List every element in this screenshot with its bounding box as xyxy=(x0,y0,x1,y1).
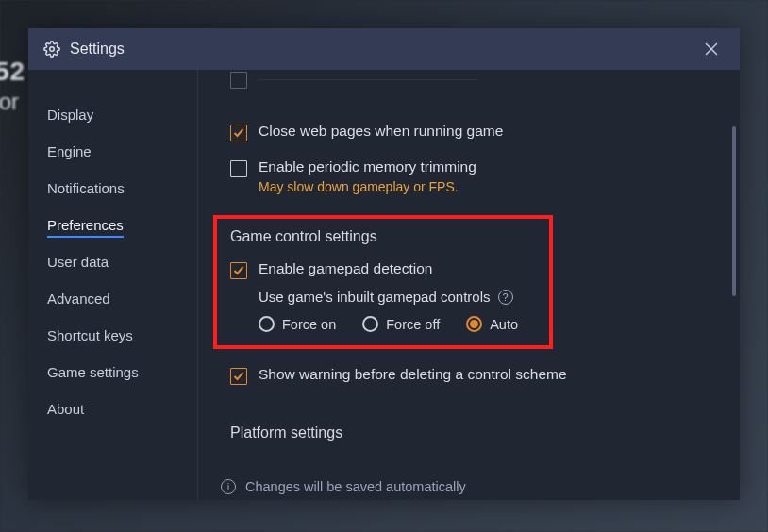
sidebar-item-display[interactable]: Display xyxy=(28,96,197,133)
scrollbar-thumb[interactable] xyxy=(732,126,736,296)
footer-note: i Changes will be saved automatically xyxy=(221,479,708,494)
delete-warning-checkbox[interactable] xyxy=(230,368,247,385)
help-icon[interactable]: ? xyxy=(498,290,513,305)
radio-label: Force off xyxy=(386,317,440,332)
platform-heading: Platform settings xyxy=(230,424,708,441)
close-button[interactable] xyxy=(698,36,725,62)
titlebar: Settings xyxy=(28,28,740,70)
checkbox[interactable] xyxy=(230,72,247,89)
footer-text: Changes will be saved automatically xyxy=(245,479,466,494)
radio-force-on[interactable]: Force on xyxy=(259,316,336,332)
gamepad-detection-checkbox[interactable] xyxy=(230,262,247,279)
sidebar-item-label: About xyxy=(47,401,84,417)
sidebar-item-advanced[interactable]: Advanced xyxy=(28,280,197,317)
sidebar-item-game-settings[interactable]: Game settings xyxy=(28,354,197,391)
game-control-heading: Game control settings xyxy=(230,228,536,245)
gamepad-radio-group: Force on Force off Auto xyxy=(259,316,536,332)
memory-trimming-warning: May slow down gameplay or FPS. xyxy=(259,179,476,194)
gamepad-detection-row: Enable gamepad detection xyxy=(230,260,536,279)
inbuilt-gamepad-label: Use game's inbuilt gamepad controls xyxy=(259,289,491,305)
settings-sidebar: Display Engine Notifications Preferences… xyxy=(28,70,198,500)
radio-force-off[interactable]: Force off xyxy=(362,316,440,332)
sidebar-item-label: Game settings xyxy=(47,364,139,380)
memory-trimming-checkbox[interactable] xyxy=(230,160,247,177)
option-label: ——————————————— xyxy=(259,70,478,87)
sidebar-item-user-data[interactable]: User data xyxy=(28,243,197,280)
info-icon: i xyxy=(221,479,236,494)
radio-label: Force on xyxy=(282,317,336,332)
modal-title: Settings xyxy=(70,41,125,58)
close-web-pages-checkbox[interactable] xyxy=(230,125,247,141)
memory-trimming-label: Enable periodic memory trimming xyxy=(259,158,476,175)
sidebar-item-label: Notifications xyxy=(47,180,125,196)
sidebar-item-label: User data xyxy=(47,254,109,270)
close-web-pages-label: Close web pages when running game xyxy=(259,123,503,140)
svg-point-0 xyxy=(50,47,55,52)
radio-icon xyxy=(362,316,378,332)
sidebar-item-label: Preferences xyxy=(47,217,124,238)
gear-icon xyxy=(43,41,60,58)
sidebar-item-label: Engine xyxy=(47,143,92,159)
radio-label: Auto xyxy=(490,317,518,332)
sidebar-item-shortcut-keys[interactable]: Shortcut keys xyxy=(28,317,197,354)
close-web-pages-row: Close web pages when running game xyxy=(230,123,708,141)
radio-icon xyxy=(259,316,275,332)
sidebar-item-about[interactable]: About xyxy=(28,391,197,427)
memory-trimming-row: Enable periodic memory trimming May slow… xyxy=(230,158,708,194)
sidebar-item-preferences[interactable]: Preferences xyxy=(28,207,197,243)
delete-warning-label: Show warning before deleting a control s… xyxy=(259,366,567,383)
sidebar-item-label: Advanced xyxy=(47,291,110,307)
settings-modal: Settings Display Engine Notifications Pr… xyxy=(28,28,740,500)
sidebar-item-notifications[interactable]: Notifications xyxy=(28,170,197,207)
truncated-option-row: ——————————————— xyxy=(230,70,708,89)
settings-content: ——————————————— Close web pages when run… xyxy=(198,70,740,500)
inbuilt-gamepad-row: Use game's inbuilt gamepad controls ? xyxy=(259,289,536,305)
sidebar-item-label: Shortcut keys xyxy=(47,327,133,343)
highlighted-section: Game control settings Enable gamepad det… xyxy=(213,215,553,349)
delete-warning-row: Show warning before deleting a control s… xyxy=(230,366,708,385)
radio-icon xyxy=(466,316,482,332)
gamepad-detection-label: Enable gamepad detection xyxy=(259,260,432,277)
sidebar-item-label: Display xyxy=(47,107,93,123)
sidebar-item-engine[interactable]: Engine xyxy=(28,133,197,170)
radio-auto[interactable]: Auto xyxy=(466,316,518,332)
